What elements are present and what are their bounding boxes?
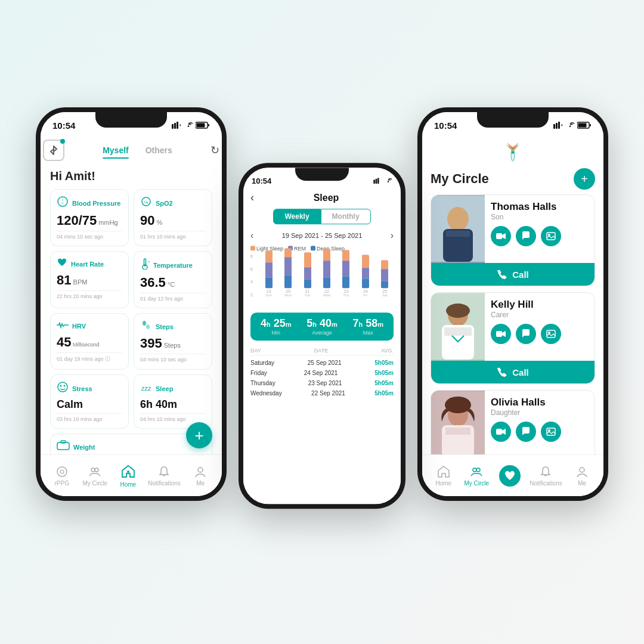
hr-value: 81 BPM	[57, 273, 122, 288]
health-card-steps[interactable]: Steps 395 Steps 04 mins 10 sec ago	[134, 313, 212, 370]
health-card-stress[interactable]: Stress Calm 03 hrs 19 mins ago	[50, 374, 129, 429]
tab-myself[interactable]: Myself	[94, 142, 137, 159]
weekly-tab[interactable]: Weekly	[273, 209, 320, 224]
olivia-video-button[interactable]	[491, 422, 511, 442]
time-left: 10:54	[52, 120, 75, 131]
olivia-gallery-button[interactable]	[541, 422, 561, 442]
svg-point-18	[60, 385, 62, 387]
sleep-row-wednesday: Wednesday 22 Sep 2021 5h05m	[250, 388, 394, 398]
thomas-video-button[interactable]	[491, 226, 511, 246]
date-range-text: 19 Sep 2021 - 25 Sep 2021	[282, 232, 363, 239]
hrv-time: 01 day 19 mins ago ⓘ	[57, 352, 122, 363]
kelly-role: Carer	[491, 311, 589, 319]
tab-bar-right: Home My Circle Notifications M	[422, 454, 603, 496]
tab-me-left[interactable]: Me	[187, 465, 213, 487]
svg-point-17	[58, 382, 67, 392]
hr-icon	[57, 258, 67, 270]
stat-avg-value: 5h 40m	[306, 317, 338, 330]
status-icons-left	[172, 122, 210, 129]
health-card-bp[interactable]: VO Blood Pressure 120/75 mmHg 04 mins 10…	[50, 189, 129, 246]
svg-rect-66	[377, 178, 379, 184]
day-wednesday: Wednesday	[250, 390, 282, 397]
tab-notifications-right[interactable]: Notifications	[530, 465, 562, 487]
kelly-name: Kelly Hill	[491, 299, 589, 311]
svg-rect-35	[590, 124, 591, 126]
stat-max-value: 7h 58m	[353, 317, 384, 330]
olivia-avatar	[431, 391, 485, 459]
svg-rect-42	[496, 233, 502, 239]
svg-point-3	[188, 125, 190, 127]
kelly-actions	[491, 324, 589, 344]
tab-me-right-label: Me	[578, 480, 586, 487]
kelly-chat-button[interactable]	[516, 324, 536, 344]
kelly-gallery-button[interactable]	[541, 324, 561, 344]
add-fab-left[interactable]: +	[186, 422, 212, 448]
back-button[interactable]: ‹	[250, 191, 254, 204]
tab-notifications-left[interactable]: Notifications	[148, 465, 180, 487]
svg-rect-57	[445, 428, 470, 435]
health-card-temp[interactable]: ₂ Temperature 36.5 °C 01 day 12 hrs ago	[134, 251, 212, 308]
stat-min: 4h 25m Min	[261, 317, 292, 336]
temp-icon: ₂	[140, 258, 150, 273]
hrv-label: HRV	[72, 323, 86, 330]
prev-date-button[interactable]: ‹	[250, 230, 253, 241]
olivia-chat-button[interactable]	[516, 422, 536, 442]
col-avg: AVG.	[381, 348, 394, 354]
sleep-value: 6h 40m	[140, 398, 206, 411]
date-navigation: ‹ 19 Sep 2021 - 25 Sep 2021 ›	[250, 230, 394, 241]
weekly-monthly-tabs: Weekly Monthly	[250, 209, 394, 224]
tab-me-right[interactable]: Me	[569, 465, 595, 487]
sleep-chart: 8 6 4 2 19	[250, 254, 394, 308]
avg-friday: 5h05m	[374, 370, 394, 376]
svg-point-28	[198, 467, 203, 472]
tab-mycircle-left[interactable]: My Circle	[82, 465, 108, 487]
day-saturday: Saturday	[250, 360, 274, 366]
day-thursday: Thursday	[250, 380, 275, 386]
tab-home-right-label: Home	[435, 480, 451, 487]
phone-left: 10:54 Myself Others ↻	[36, 107, 227, 501]
health-card-sleep[interactable]: zzz Sleep 6h 40m 04 hrs 10 mins ago	[134, 374, 212, 429]
tab-others[interactable]: Others	[137, 142, 181, 159]
date-wednesday: 22 Sep 2021	[311, 390, 345, 397]
app-logo	[500, 138, 526, 165]
svg-point-25	[91, 468, 95, 472]
thomas-photo	[431, 195, 485, 263]
tab-rppg[interactable]: rPPG	[49, 465, 75, 487]
kelly-call-button[interactable]: Call	[431, 361, 595, 383]
svg-rect-64	[373, 180, 375, 184]
thomas-role: Son	[491, 213, 589, 221]
health-card-spo2[interactable]: O₂ SpO2 90 % 01 hrs 10 mins ago	[134, 189, 212, 246]
steps-label: Steps	[156, 323, 174, 330]
thomas-call-button[interactable]: Call	[431, 263, 595, 286]
temp-label: Temperature	[153, 262, 193, 269]
tab-home-left[interactable]: Home	[115, 464, 141, 488]
tab-heart-right[interactable]	[497, 465, 523, 487]
olivia-name: Olivia Halls	[491, 397, 589, 408]
sleep-table-header: DAY DATE AVG.	[250, 346, 394, 355]
spo2-label: SpO2	[156, 200, 173, 207]
tab-mycircle-right[interactable]: My Circle	[463, 465, 490, 487]
tab-mycircle-right-label: My Circle	[464, 480, 489, 487]
next-date-button[interactable]: ›	[391, 230, 394, 241]
health-card-hrv[interactable]: HRV 45 Millisecond 01 day 19 mins ago ⓘ	[50, 313, 129, 370]
time-right: 10:54	[434, 120, 457, 131]
sleep-icon: zzz	[140, 381, 152, 396]
main-tabs: Myself Others	[94, 142, 181, 159]
add-contact-button[interactable]: +	[574, 168, 595, 190]
chart-bars-container: 19 Sun 20 Mon	[260, 254, 394, 297]
stress-time: 03 hrs 19 mins ago	[57, 413, 122, 422]
thomas-gallery-button[interactable]	[541, 226, 561, 246]
tab-home-right[interactable]: Home	[431, 465, 457, 487]
bluetooth-button[interactable]	[43, 140, 64, 161]
thomas-chat-button[interactable]	[516, 226, 536, 246]
kelly-video-button[interactable]	[491, 324, 511, 344]
olivia-role: Daughter	[491, 408, 589, 417]
svg-point-27	[127, 470, 129, 473]
health-card-hr[interactable]: Heart Rate 81 BPM 22 hrs 20 mins ago	[50, 251, 129, 308]
temp-time: 01 day 12 hrs ago	[140, 293, 206, 302]
svg-rect-2	[177, 122, 178, 129]
refresh-button[interactable]: ↻	[210, 144, 219, 157]
scene: 10:54 Myself Others ↻	[0, 0, 644, 644]
thomas-name: Thomas Halls	[491, 201, 589, 213]
monthly-tab[interactable]: Monthly	[321, 209, 371, 224]
